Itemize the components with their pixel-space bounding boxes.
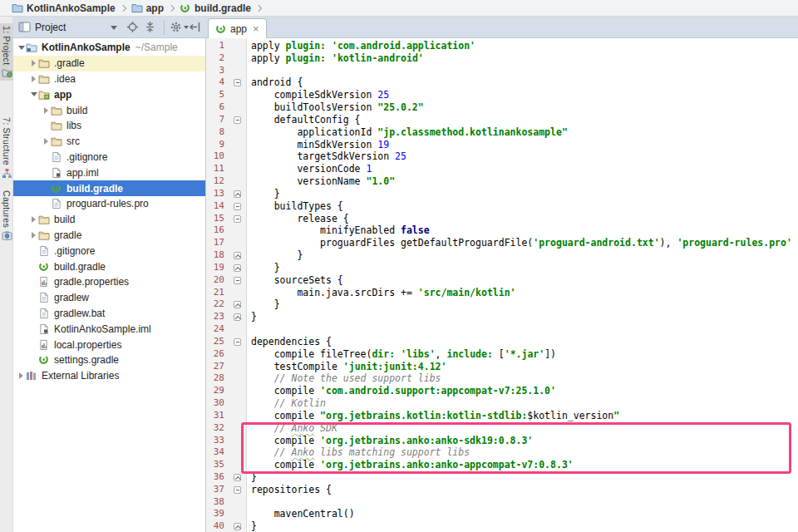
tree-row[interactable]: build.gradle: [13, 259, 205, 274]
code-text: buildToolsVersion "25.0.2": [251, 101, 424, 114]
code-line[interactable]: 17 proguardFiles getDefaultProguardFile(…: [206, 237, 798, 249]
tab-app[interactable]: app ×: [208, 18, 267, 38]
code-line[interactable]: 15 release {: [206, 213, 798, 225]
breadcrumb-item[interactable]: KotlinAnkoSample: [12, 2, 116, 14]
tree-row[interactable]: .gradle: [13, 56, 205, 71]
tree-row[interactable]: libs: [13, 118, 205, 134]
code-line[interactable]: 9 minSdkVersion 19: [206, 139, 798, 151]
chevron-right-icon[interactable]: [29, 60, 38, 66]
tree-row[interactable]: build: [13, 212, 205, 228]
stripe-button-structure[interactable]: 7: Structure: [0, 115, 13, 181]
code-line[interactable]: 38: [206, 496, 798, 509]
code-line[interactable]: 32 // Anko SDK: [206, 422, 798, 435]
tree-row[interactable]: local.properties: [13, 337, 205, 352]
code-line[interactable]: 21 main.java.srcDirs += 'src/main/kotlin…: [206, 287, 798, 299]
fold-collapse-icon[interactable]: [234, 277, 241, 284]
locate-icon[interactable]: [126, 21, 139, 33]
code-line[interactable]: 29 compile 'com.android.support:appcompa…: [206, 385, 798, 397]
code-line[interactable]: 8 applicationId "jp.classmethod.kotlinan…: [206, 126, 798, 139]
tree-row[interactable]: settings.gradle: [13, 352, 205, 368]
code-line[interactable]: 28 // Note the used support libs: [206, 372, 798, 385]
code-line[interactable]: 25dependencies {: [206, 336, 798, 348]
code-line[interactable]: 40}: [206, 520, 798, 532]
breadcrumb-item[interactable]: app: [131, 2, 164, 14]
code-line[interactable]: 7 defaultConfig {: [206, 114, 798, 126]
tree-row[interactable]: gradlew.bat: [13, 306, 205, 322]
code-line[interactable]: 34 // Anko libs matching support libs: [206, 446, 798, 459]
code-line[interactable]: 36}: [206, 471, 798, 484]
code-line[interactable]: 37repositories {: [206, 484, 798, 496]
fold-collapse-icon[interactable]: [234, 215, 241, 223]
fold-end-icon[interactable]: [234, 301, 241, 308]
code-line[interactable]: 1apply plugin: 'com.android.application': [206, 40, 798, 52]
code-line[interactable]: 20 sourceSets {: [206, 274, 798, 287]
code-line[interactable]: 14 buildTypes {: [206, 200, 798, 213]
tree-row[interactable]: proguard-rules.pro: [13, 196, 205, 212]
tree-row[interactable]: gradlew: [13, 290, 205, 306]
tree-row[interactable]: .gitignore: [13, 243, 205, 259]
code-line[interactable]: 11 versionCode 1: [206, 163, 798, 175]
tree-row[interactable]: KotlinAnkoSample.iml: [13, 321, 205, 337]
code-line[interactable]: 24: [206, 323, 798, 336]
tree-row[interactable]: src: [13, 134, 205, 150]
code-line[interactable]: 27 testCompile 'junit:junit:4.12': [206, 361, 798, 373]
fold-collapse-icon[interactable]: [234, 338, 241, 346]
tree-row[interactable]: KotlinAnkoSample~/Sample: [13, 40, 205, 56]
code-line[interactable]: 5 compileSdkVersion 25: [206, 89, 798, 101]
code-line[interactable]: 35 compile 'org.jetbrains.anko:anko-appc…: [206, 459, 798, 471]
tree-row[interactable]: gradle: [13, 228, 205, 244]
fold-end-icon[interactable]: [234, 190, 241, 198]
hide-panel-icon[interactable]: [189, 21, 201, 33]
code-line[interactable]: 12 versionName "1.0": [206, 175, 798, 188]
fold-end-icon[interactable]: [234, 264, 241, 272]
stripe-button-captures[interactable]: Captures: [0, 188, 13, 244]
breadcrumb-item[interactable]: build.gradle: [180, 2, 251, 14]
code-line[interactable]: 30 // Kotlin: [206, 397, 798, 410]
chevron-right-icon[interactable]: [29, 232, 38, 239]
tree-row[interactable]: app: [13, 86, 205, 102]
fold-end-icon[interactable]: [234, 474, 241, 481]
chevron-right-icon[interactable]: [29, 76, 38, 82]
tab-close-icon[interactable]: ×: [253, 23, 259, 34]
chevron-right-icon[interactable]: [42, 107, 51, 114]
code-line[interactable]: 18 }: [206, 249, 798, 262]
code-line[interactable]: 19 }: [206, 262, 798, 274]
code-line[interactable]: 22 }: [206, 298, 798, 311]
code-editor[interactable]: 1apply plugin: 'com.android.application'…: [206, 38, 798, 532]
code-line[interactable]: 6 buildToolsVersion "25.0.2": [206, 101, 798, 114]
code-line[interactable]: 23}: [206, 311, 798, 323]
fold-end-icon[interactable]: [234, 252, 241, 259]
fold-collapse-icon[interactable]: [234, 486, 241, 494]
view-dropdown-caret-icon[interactable]: [111, 26, 117, 30]
code-line[interactable]: 31 compile "org.jetbrains.kotlin:kotlin-…: [206, 410, 798, 422]
code-line[interactable]: 4android {: [206, 76, 798, 89]
tree-row[interactable]: build: [13, 102, 205, 118]
code-line[interactable]: 16 minifyEnabled false: [206, 224, 798, 237]
code-line[interactable]: 33 compile 'org.jetbrains.anko:anko-sdk1…: [206, 435, 798, 447]
tree-row[interactable]: External Libraries: [13, 368, 205, 384]
fold-end-icon[interactable]: [234, 313, 241, 321]
fold-collapse-icon[interactable]: [234, 203, 241, 210]
fold-end-icon[interactable]: [234, 523, 241, 530]
chevron-right-icon[interactable]: [29, 216, 38, 223]
code-line[interactable]: 26 compile fileTree(dir: 'libs', include…: [206, 348, 798, 361]
tree-row[interactable]: .gitignore: [13, 150, 205, 165]
code-line[interactable]: 3: [206, 65, 798, 77]
gear-icon[interactable]: [170, 21, 182, 33]
tree-row[interactable]: build.gradle: [13, 180, 205, 196]
stripe-button-project[interactable]: 1: Project: [0, 23, 13, 81]
fold-collapse-icon[interactable]: [234, 116, 241, 124]
code-line[interactable]: 2apply plugin: 'kotlin-android': [206, 52, 798, 65]
tree-row[interactable]: .idea: [13, 71, 205, 87]
chevron-down-icon[interactable]: [17, 46, 26, 50]
chevron-right-icon[interactable]: [42, 138, 51, 145]
code-line[interactable]: 13 }: [206, 188, 798, 200]
code-line[interactable]: 10 targetSdkVersion 25: [206, 150, 798, 163]
code-line[interactable]: 39 mavenCentral(): [206, 508, 798, 520]
chevron-right-icon[interactable]: [17, 372, 26, 379]
chevron-down-icon[interactable]: [29, 92, 38, 96]
tree-row[interactable]: app.iml: [13, 165, 205, 180]
collapse-all-icon[interactable]: [144, 21, 156, 33]
tree-row[interactable]: gradle.properties: [13, 274, 205, 290]
fold-collapse-icon[interactable]: [234, 79, 241, 86]
